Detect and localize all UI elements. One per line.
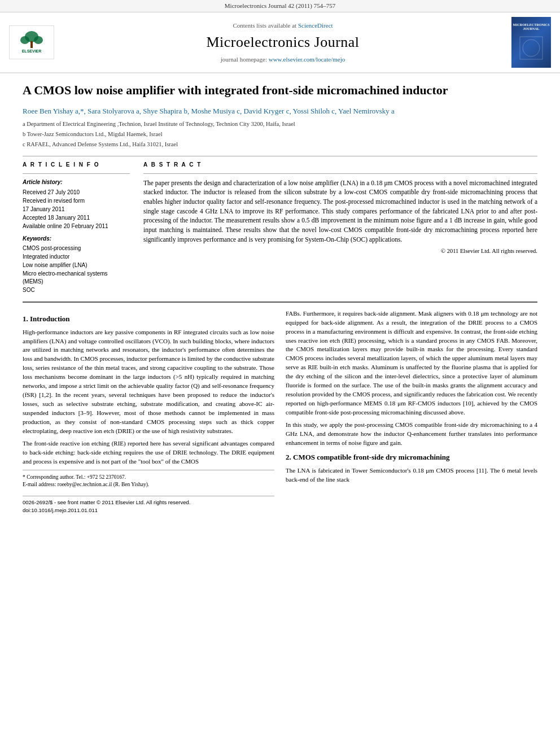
footnote-email: E-mail address: roeeby@ec.technion.ac.il…	[23, 481, 274, 489]
body-right-col: FABs. Furthermore, it requires back-side…	[286, 309, 537, 514]
svg-point-7	[523, 40, 540, 56]
intro-p2: The front-side reactive ion etching (RIE…	[23, 439, 274, 466]
available-date: Available online 20 February 2011	[23, 222, 130, 230]
keyword-2: Integrated inductor	[23, 253, 130, 261]
intro-p1: High-performance inductors are key passi…	[23, 328, 274, 436]
copyright-line: © 2011 Elsevier Ltd. All rights reserved…	[143, 247, 537, 256]
footnote-bar1: 0026-2692/$ - see front matter © 2011 El…	[23, 499, 274, 506]
footnote-area: * Corresponding author. Tel.: +972 52 23…	[23, 470, 274, 490]
info-abstract-section: A R T I C L E I N F O Article history: R…	[23, 161, 537, 295]
footnote-star: * Corresponding author. Tel.: +972 52 23…	[23, 474, 274, 482]
affiliation-c: c RAFAEL, Advanced Defense Systems Ltd.,…	[23, 140, 537, 149]
abstract-col: A B S T R A C T The paper presents the d…	[143, 161, 537, 295]
footnote-bar: 0026-2692/$ - see front matter © 2011 El…	[23, 496, 274, 514]
divider-abs	[143, 173, 537, 174]
sciencedirect-link[interactable]: ScienceDirect	[298, 22, 333, 29]
elsevier-logo: ELSEVIER	[9, 25, 54, 59]
paper-title: A CMOS low noise amplifier with integrat…	[23, 82, 537, 99]
intro-heading: 1. Introduction	[23, 314, 274, 325]
divider-ai	[23, 173, 130, 174]
journal-main-title: Microelectronics Journal	[54, 32, 511, 53]
contents-line: Contents lists available at ScienceDirec…	[54, 21, 511, 30]
abstract-heading: A B S T R A C T	[143, 161, 537, 169]
svg-point-2	[20, 36, 29, 44]
affiliation-b: b Tower-Jazz Semiconductors Ltd., Migdal…	[23, 130, 537, 139]
homepage-link[interactable]: www.elsevier.com/locate/mejo	[269, 56, 345, 63]
keyword-5: SOC	[23, 286, 130, 294]
body-columns: 1. Introduction High-performance inducto…	[23, 309, 537, 514]
revised-date: 17 January 2011	[23, 206, 130, 213]
footnote-bar2: doi:10.1016/j.mejo.2011.01.011	[23, 506, 274, 514]
journal-cover-thumbnail: MICROELECTRONICS JOURNAL	[511, 17, 551, 68]
main-content: A CMOS low noise amplifier with integrat…	[0, 73, 560, 525]
citation-text: Microelectronics Journal 42 (2011) 754–7…	[225, 2, 335, 9]
svg-rect-6	[520, 37, 542, 59]
affiliation-a: a Department of Electrical Engineering ,…	[23, 120, 537, 129]
body-left-col: 1. Introduction High-performance inducto…	[23, 309, 274, 514]
revised-label: Received in revised form	[23, 197, 130, 205]
journal-title-block: Contents lists available at ScienceDirec…	[54, 21, 511, 64]
section2-heading: 2. CMOS compatible front-side dry microm…	[286, 452, 537, 463]
keyword-4: Micro electro-mechanical systems (MEMS)	[23, 270, 130, 286]
received-date: Received 27 July 2010	[23, 189, 130, 196]
journal-homepage: journal homepage: www.elsevier.com/locat…	[54, 55, 511, 64]
journal-banner: ELSEVIER Contents lists available at Sci…	[0, 12, 560, 73]
affiliations: a Department of Electrical Engineering ,…	[23, 120, 537, 148]
section2-p1: The LNA is fabricated in Tower Semicondu…	[286, 466, 537, 484]
article-info-col: A R T I C L E I N F O Article history: R…	[23, 161, 130, 295]
svg-rect-4	[30, 41, 33, 48]
keyword-3: Low noise amplifier (LNA)	[23, 261, 130, 269]
body-col2-p1: FABs. Furthermore, it requires back-side…	[286, 309, 537, 417]
divider-1	[23, 156, 537, 156]
authors-line: Roee Ben Yishay a,*, Sara Stolyarova a, …	[23, 106, 537, 117]
accepted-date: Accepted 18 January 2011	[23, 214, 130, 222]
svg-point-3	[34, 36, 43, 44]
citation-bar: Microelectronics Journal 42 (2011) 754–7…	[0, 0, 560, 12]
keywords-label: Keywords:	[23, 235, 130, 243]
abstract-text: The paper presents the design and charac…	[143, 178, 537, 244]
divider-body	[23, 302, 537, 303]
article-info-heading: A R T I C L E I N F O	[23, 161, 130, 169]
body-col2-p2: In this study, we apply the post-process…	[286, 421, 537, 448]
svg-text:ELSEVIER: ELSEVIER	[21, 49, 41, 53]
history-label: Article history:	[23, 178, 130, 186]
keyword-1: CMOS post-processing	[23, 244, 130, 252]
